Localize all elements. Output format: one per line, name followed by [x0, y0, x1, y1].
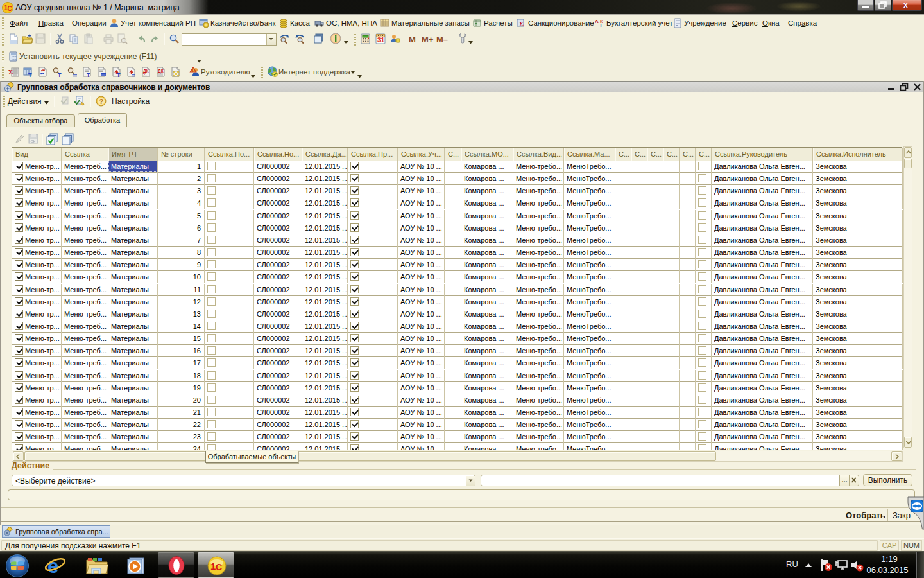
svg-text:!: !	[193, 69, 194, 73]
svg-text:ОК: ОК	[31, 139, 36, 143]
svg-text:К: К	[600, 19, 603, 24]
svg-text:ДК: ДК	[158, 69, 164, 74]
svg-text:Т: Т	[117, 72, 121, 78]
svg-text:А: А	[595, 19, 599, 24]
svg-text:Т: Т	[58, 72, 62, 78]
svg-text:С: С	[216, 562, 222, 572]
svg-text:31: 31	[377, 37, 385, 44]
svg-text:Σ: Σ	[143, 72, 146, 78]
svg-text:Σ: Σ	[519, 20, 524, 28]
svg-text:Т: Т	[28, 72, 32, 78]
svg-text:С: С	[8, 5, 12, 12]
svg-text:Т: Т	[87, 72, 90, 78]
svg-text:Σ: Σ	[8, 68, 13, 76]
svg-text:e: e	[47, 555, 58, 577]
svg-text:?: ?	[99, 98, 104, 105]
